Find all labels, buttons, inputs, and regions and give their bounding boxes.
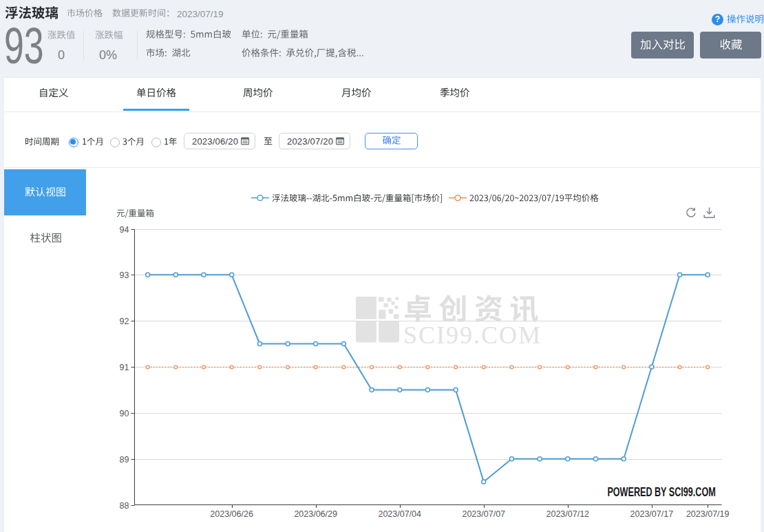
axis-ticks: [131, 230, 708, 509]
tab-bar: [4, 77, 761, 112]
average-point-marker: [258, 365, 262, 369]
data-point-marker: [257, 342, 262, 346]
average-point-marker: [454, 365, 458, 369]
tab-monthly-avg[interactable]: 月均价: [341, 88, 372, 100]
average-point-marker: [398, 365, 401, 369]
y-tick-label: 90: [120, 409, 129, 418]
average-point-marker: [678, 365, 681, 369]
category-label: 市场价格: [67, 9, 103, 19]
average-point-marker: [342, 365, 346, 369]
date-to-value: 2023/07/20: [287, 136, 333, 147]
period-label: 时间周期: [25, 137, 59, 147]
tab-daily-price[interactable]: 单日价格: [136, 88, 176, 100]
change-value: 0: [58, 48, 65, 63]
powered-by-label: POWERED BY SCI99.COM: [608, 486, 716, 498]
data-point-marker: [622, 457, 626, 461]
radio-1-year-label: 1年: [164, 137, 178, 147]
data-point-marker: [341, 342, 346, 346]
data-point-marker: [509, 457, 513, 461]
sci99-logo-icon: [356, 297, 399, 343]
confirm-label: 确定: [382, 136, 401, 147]
average-point-marker: [426, 365, 429, 369]
data-point-marker: [230, 273, 234, 277]
average-point-marker: [174, 365, 178, 369]
date-to-input[interactable]: 2023/07/20: [279, 133, 350, 149]
y-tick-label: 91: [120, 363, 129, 372]
radio-selected-icon: [69, 138, 78, 147]
data-point-marker: [538, 457, 542, 461]
average-point-marker: [510, 365, 513, 369]
y-tick-label: 89: [120, 455, 129, 465]
page: 浮法玻璃 市场价格 数据更新时间： 2023/07/19 ? 操作说明 93 涨…: [0, 0, 764, 532]
help-label: 操作说明: [727, 14, 764, 25]
average-point-marker: [370, 365, 374, 369]
radio-1-month-label: 1个月: [82, 137, 104, 147]
date-from-value: 2023/06/20: [192, 136, 238, 147]
data-point-marker: [314, 342, 318, 346]
unit-label: 单位: 元/重量箱: [242, 30, 308, 41]
data-point-marker: [705, 273, 710, 277]
divider: [83, 31, 84, 59]
spec-label: 规格型号: 5mm白玻: [146, 30, 232, 41]
tab-quarterly-avg[interactable]: 季均价: [440, 88, 470, 100]
data-point-marker: [146, 273, 150, 277]
radio-icon: [110, 138, 120, 147]
average-point-marker: [202, 365, 206, 369]
active-tab-indicator: [123, 109, 189, 111]
data-point-marker: [173, 273, 178, 277]
y-tick-label: 94: [120, 225, 129, 235]
average-point-marker: [594, 365, 597, 369]
data-point-marker: [593, 457, 597, 461]
data-point-marker: [425, 387, 429, 392]
y-tick-label: 88: [120, 501, 129, 511]
average-point-marker: [146, 365, 149, 369]
x-tick-label: 2023/07/19: [686, 509, 730, 519]
data-point-marker: [650, 365, 654, 369]
change-pct-label: 涨跌幅: [95, 30, 123, 41]
price-chart[interactable]: 888990919293942023/06/262023/06/292023/0…: [4, 168, 761, 532]
data-point-marker: [678, 273, 682, 277]
favorite-button[interactable]: 收藏: [700, 32, 761, 58]
current-price: 93: [4, 21, 44, 72]
data-point-marker: [286, 342, 290, 346]
confirm-button[interactable]: 确定: [365, 133, 418, 149]
average-line: [146, 365, 709, 369]
watermark-en-text: SCI99.COM: [403, 323, 542, 348]
data-point-marker: [482, 480, 486, 484]
x-tick-label: 2023/07/07: [462, 509, 505, 519]
y-tick-label: 93: [120, 270, 129, 280]
data-point-marker: [566, 457, 570, 461]
average-point-marker: [706, 365, 710, 369]
radio-3-month-label: 3个月: [123, 137, 145, 147]
update-time-value: 2023/07/19: [177, 9, 224, 19]
average-point-marker: [314, 365, 317, 369]
radio-icon: [151, 138, 161, 147]
average-point-marker: [566, 365, 569, 369]
market-label: 市场: 湖北: [146, 48, 191, 59]
average-point-marker: [622, 365, 626, 369]
divider: [137, 31, 138, 59]
add-compare-button[interactable]: 加入对比: [631, 32, 694, 58]
average-point-marker: [286, 365, 290, 369]
y-axis-labels: 88899091929394: [120, 225, 129, 511]
average-point-marker: [482, 365, 485, 369]
x-axis-labels: 2023/06/262023/06/292023/07/042023/07/07…: [210, 509, 729, 519]
to-label: 至: [264, 137, 273, 147]
data-point-marker: [454, 387, 458, 392]
x-tick-label: 2023/07/17: [630, 509, 674, 519]
tab-custom[interactable]: 自定义: [39, 88, 69, 100]
data-point-marker: [398, 387, 402, 392]
date-from-input[interactable]: 2023/06/20: [184, 133, 255, 149]
change-value-label: 涨跌值: [47, 30, 76, 41]
data-point-marker: [202, 273, 206, 277]
condition-label: 价格条件: 承兑价,厂提,含税...: [242, 48, 364, 59]
calendar-icon: [336, 137, 344, 145]
favorite-label: 收藏: [719, 39, 742, 52]
x-tick-label: 2023/06/26: [210, 509, 253, 519]
x-tick-label: 2023/06/29: [294, 509, 337, 519]
update-time-label: 数据更新时间：: [112, 9, 175, 19]
x-tick-label: 2023/07/04: [378, 509, 421, 519]
tab-weekly-avg[interactable]: 周均价: [243, 88, 273, 100]
average-point-marker: [230, 365, 233, 369]
data-point-marker: [370, 387, 374, 392]
